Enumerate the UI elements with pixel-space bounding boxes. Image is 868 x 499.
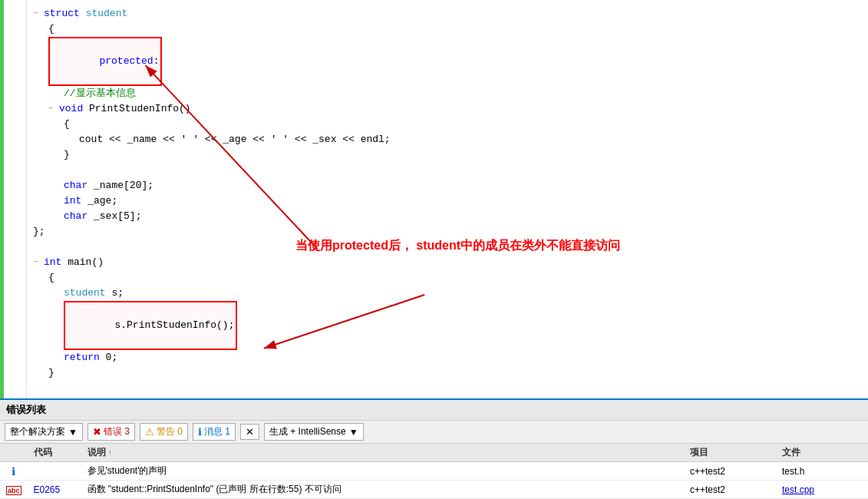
row-file: test.cpp	[776, 481, 868, 499]
warn-filter-btn[interactable]: ⚠ 警告 0	[140, 423, 188, 441]
info-icon: ℹ	[198, 426, 202, 438]
type-name: student	[86, 6, 128, 21]
build-dropdown[interactable]: 生成 + IntelliSense ▼	[264, 423, 364, 441]
code-line: {	[33, 21, 868, 37]
scope-label: 整个解决方案	[10, 425, 65, 438]
th-desc[interactable]: 说明 ↑	[81, 444, 684, 462]
collapse-icon[interactable]: −	[48, 101, 56, 117]
code-line: }	[33, 147, 868, 163]
code-editor: − struct student { protected: //显示基本信息 −…	[0, 0, 868, 398]
row-file: test.h	[776, 462, 868, 481]
table-header-row: 代码 说明 ↑ 项目 文件	[0, 444, 868, 462]
collapse-icon[interactable]: −	[33, 6, 41, 21]
build-label: 生成 + IntelliSense	[269, 425, 346, 438]
th-project[interactable]: 项目	[684, 444, 776, 462]
th-icon	[0, 444, 28, 462]
info-btn-label: 消息 1	[204, 425, 230, 438]
code-line: return 0;	[33, 350, 868, 365]
error-x-icon: ✖	[93, 426, 101, 438]
filter-icon: ✕	[246, 426, 254, 438]
keyword: struct	[44, 6, 80, 21]
code-line: {	[33, 117, 868, 132]
error-toolbar: 整个解决方案 ▼ ✖ 错误 3 ⚠ 警告 0 ℹ 消息 1 ✕ 生成 + Int…	[0, 421, 868, 444]
code-content[interactable]: − struct student { protected: //显示基本信息 −…	[27, 0, 868, 398]
scope-dropdown[interactable]: 整个解决方案 ▼	[5, 423, 83, 441]
code-line: {	[33, 270, 868, 286]
code-line: − struct student	[33, 6, 868, 21]
warn-btn-label: 警告 0	[157, 425, 183, 438]
code-line: char _name[20];	[33, 178, 868, 193]
code-line-protected: protected:	[33, 37, 868, 86]
row-code: E0265	[28, 481, 81, 499]
code-line-highlighted: s.PrintStudenInfo();	[33, 301, 868, 350]
sort-arrow-icon: ↑	[108, 448, 112, 457]
code-line: student s;	[33, 286, 868, 301]
table-row[interactable]: ℹ 参见'student'的声明 c++test2 test.h	[0, 462, 868, 481]
warn-icon: ⚠	[145, 426, 154, 438]
error-filter-btn[interactable]: ✖ 错误 3	[87, 423, 135, 441]
row-desc: 函数 "student::PrintStudenInfo" (已声明 所在行数:…	[81, 481, 684, 499]
error-panel: 错误列表 整个解决方案 ▼ ✖ 错误 3 ⚠ 警告 0 ℹ 消息 1 ✕ 生成 …	[0, 398, 868, 499]
row-project: c++test2	[684, 462, 776, 481]
th-file[interactable]: 文件	[776, 444, 868, 462]
row-code	[28, 462, 81, 481]
error-btn-label: 错误 3	[104, 425, 130, 438]
abc-row-icon: abc	[6, 486, 21, 495]
info-row-icon: ℹ	[12, 465, 15, 478]
th-code[interactable]: 代码	[28, 444, 81, 462]
info-filter-btn[interactable]: ℹ 消息 1	[193, 423, 236, 441]
build-dropdown-arrow-icon: ▼	[349, 427, 358, 438]
code-line: − void PrintStudenInfo()	[33, 101, 868, 117]
code-line: //显示基本信息	[33, 86, 868, 101]
error-panel-header: 错误列表	[0, 400, 868, 421]
code-line-main: − int main()	[33, 255, 868, 270]
code-line: int _age;	[33, 193, 868, 209]
code-line: }	[33, 365, 868, 381]
row-project: c++test2	[684, 481, 776, 499]
print-call-highlight: s.PrintStudenInfo();	[64, 301, 237, 350]
col-file-label: 文件	[782, 447, 800, 458]
gutter	[0, 0, 27, 398]
code-line: };	[33, 224, 868, 240]
error-panel-title: 错误列表	[6, 404, 46, 415]
row-desc: 参见'student'的声明	[81, 462, 684, 481]
collapse-icon[interactable]: −	[33, 255, 41, 270]
col-project-label: 项目	[690, 447, 708, 458]
protected-highlight: protected:	[48, 37, 162, 86]
row-icon-cell: ℹ	[0, 462, 28, 481]
error-table: 代码 说明 ↑ 项目 文件 ℹ 参见'student'	[0, 444, 868, 499]
row-icon-cell: abc	[0, 481, 28, 499]
filter-clear-btn[interactable]: ✕	[240, 424, 259, 440]
annotation-text: 当使用protected后， student中的成员在类外不能直接访问	[295, 238, 620, 254]
col-desc-label: 说明	[87, 447, 106, 458]
dropdown-arrow-icon: ▼	[68, 427, 78, 438]
green-bar	[0, 0, 4, 398]
code-line: char _sex[5];	[33, 209, 868, 224]
table-row[interactable]: abc E0265 函数 "student::PrintStudenInfo" …	[0, 481, 868, 499]
col-code-label: 代码	[34, 447, 52, 458]
code-line	[33, 163, 868, 178]
code-line: cout << _name << ' ' << _age << ' ' << _…	[33, 132, 868, 147]
